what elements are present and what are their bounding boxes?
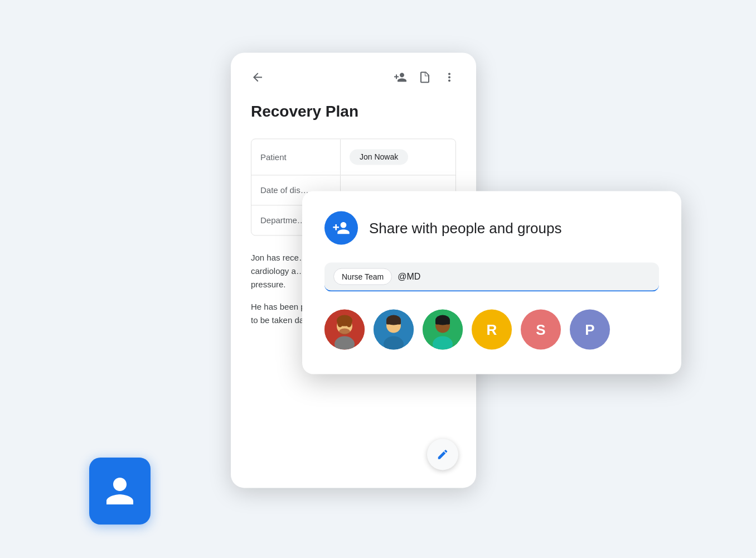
avatar-person-2[interactable] (374, 310, 414, 350)
svg-point-5 (339, 329, 350, 335)
avatar-p-initial: P (585, 321, 594, 338)
card-header (251, 70, 456, 87)
svg-rect-10 (386, 320, 401, 325)
document-icon[interactable] (418, 70, 432, 87)
share-title: Share with people and groups (369, 219, 561, 237)
header-icons (394, 70, 456, 87)
share-header: Share with people and groups (324, 211, 659, 245)
search-input[interactable] (398, 272, 650, 282)
edit-button[interactable] (427, 439, 458, 470)
svg-rect-15 (435, 320, 450, 325)
patient-label: Patient (251, 139, 341, 175)
patient-row: Patient Jon Nowak (251, 139, 455, 175)
avatar-person-1[interactable] (324, 310, 365, 350)
patient-chip: Jon Nowak (350, 149, 408, 165)
patient-value: Jon Nowak (341, 139, 455, 175)
avatar-person-3[interactable] (423, 310, 463, 350)
avatar-p[interactable]: P (570, 310, 610, 350)
share-dialog-card: Share with people and groups Nurse Team (302, 191, 681, 374)
share-icon-circle (324, 211, 358, 245)
share-input-area[interactable]: Nurse Team (324, 263, 659, 292)
svg-point-4 (346, 319, 352, 328)
avatar-s[interactable]: S (521, 310, 561, 350)
more-options-icon[interactable] (443, 70, 456, 87)
nurse-team-chip[interactable]: Nurse Team (333, 268, 392, 285)
avatar-r[interactable]: R (472, 310, 512, 350)
avatars-row: R S P (324, 310, 659, 350)
back-button[interactable] (251, 70, 264, 87)
add-person-icon[interactable] (394, 70, 407, 87)
avatar-s-initial: S (536, 321, 545, 338)
svg-point-3 (337, 319, 343, 328)
avatar-r-initial: R (487, 321, 497, 338)
blue-person-card (89, 458, 151, 525)
scene: Recovery Plan Patient Jon Nowak Date of … (0, 0, 756, 558)
recovery-plan-title: Recovery Plan (251, 103, 456, 121)
